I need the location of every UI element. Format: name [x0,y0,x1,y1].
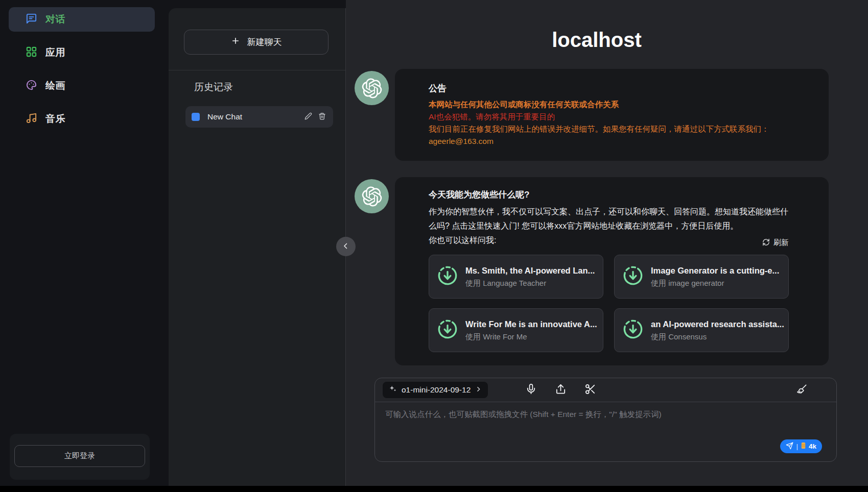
refresh-label: 刷新 [773,238,789,248]
sidebar-item-drawing[interactable]: 绘画 [9,73,155,98]
announcement-title: 公告 [429,81,793,95]
welcome-title: 今天我能为您做些什么呢? [429,188,789,202]
app-window: 对话 应用 绘画 音乐 立即登录 [0,0,868,492]
music-note-icon [26,112,37,126]
chat-item-title: New Chat [207,112,304,121]
new-chat-label: 新建聊天 [247,36,282,48]
suggestion-subtitle: 使用 Language Teacher [465,278,595,289]
refresh-suggestions-button[interactable]: 刷新 [762,238,789,248]
microphone-button[interactable] [525,384,537,396]
login-card: 立即登录 [10,434,150,480]
openai-logo-icon [355,179,389,213]
chat-main: localhost 公告 本网站与任何其他公司或商标没有任何关联或合作关系 AI… [346,0,868,486]
new-chat-button[interactable]: 新建聊天 [184,30,329,55]
grid-icon [26,46,37,60]
microphone-icon [525,383,537,397]
send-separator: | [796,443,798,450]
announcement-warning: AI也会犯错。请勿将其用于重要目的 [429,111,793,123]
login-button[interactable]: 立即登录 [14,445,145,467]
sidebar: 对话 应用 绘画 音乐 立即登录 [0,0,169,486]
sidebar-item-label: 音乐 [45,112,65,126]
suggestion-card[interactable]: Image Generator is a cutting-e... 使用 ima… [614,255,789,299]
edit-pencil-icon[interactable] [304,112,312,122]
page-title: localhost [346,29,848,52]
model-selector[interactable]: o1-mini-2024-09-12 [383,382,488,398]
collapse-chevron-icon [341,241,350,252]
suggestion-grid: Ms. Smith, the AI-powered Lan... 使用 Lang… [429,255,789,352]
download-circle-icon [437,319,458,341]
history-title: 历史记录 [194,81,233,94]
openai-logo-icon [355,71,389,105]
announcement-notice: 我们目前正在修复我们网站上的错误并改进细节。如果您有任何疑问，请通过以下方式联系… [429,123,793,135]
send-button[interactable]: | 4k [780,439,822,453]
coin-icon [801,442,806,451]
upload-icon [555,383,567,397]
download-circle-icon [623,319,643,341]
assistant-message: 今天我能为您做些什么呢? 作为你的智慧伙伴，我不仅可以写文案、出点子，还可以和你… [355,177,829,365]
suggestion-title: an AI-powered research assista... [651,318,784,330]
broom-icon [796,383,808,397]
chat-item-color-icon [192,113,200,121]
suggestion-title: Image Generator is a cutting-e... [651,265,779,276]
sidebar-item-chat[interactable]: 对话 [9,7,155,32]
sidebar-item-label: 对话 [45,13,65,26]
chat-item-actions [304,112,326,122]
suggestion-subtitle: 使用 image generator [651,278,779,289]
composer: o1-mini-2024-09-12 [374,378,837,462]
scissors-icon [584,383,596,397]
bottom-black-strip [0,486,868,492]
message-input[interactable] [375,402,836,445]
panel-divider [169,70,345,70]
suggestion-card[interactable]: an AI-powered research assista... 使用 Con… [614,308,789,352]
sidebar-item-label: 绘画 [45,79,65,92]
announcement-disclaimer: 本网站与任何其他公司或商标没有任何关联或合作关系 [429,99,793,111]
refresh-icon [762,238,770,248]
sidebar-item-music[interactable]: 音乐 [9,107,155,131]
chat-list-panel: 新建聊天 历史记录 New Chat [169,0,346,486]
suggestion-card[interactable]: Ms. Smith, the AI-powered Lan... 使用 Lang… [429,255,603,299]
ask-hint: 你也可以这样问我: [429,233,496,248]
sparkle-icon [389,385,397,395]
chat-list-panel-background: 新建聊天 历史记录 New Chat [169,8,346,486]
screenshot-button[interactable] [584,384,596,396]
suggestion-title: Ms. Smith, the AI-powered Lan... [465,265,595,276]
paper-plane-icon [786,442,793,451]
token-badge: 4k [809,442,816,450]
welcome-bubble: 今天我能为您做些什么呢? 作为你的智慧伙伴，我不仅可以写文案、出点子，还可以和你… [395,177,829,365]
assistant-message: 公告 本网站与任何其他公司或商标没有任何关联或合作关系 AI也会犯错。请勿将其用… [355,69,829,161]
sidebar-item-label: 应用 [45,46,65,59]
upload-button[interactable] [554,384,567,396]
composer-toolbar: o1-mini-2024-09-12 [375,378,836,402]
chevron-right-icon [475,385,482,395]
suggestion-title: Write For Me is an innovative A... [465,318,597,330]
suggestion-subtitle: 使用 Consensus [651,331,784,342]
contact-email-link[interactable]: ageerle@163.com [429,135,793,147]
clear-context-button[interactable] [795,384,808,396]
chat-bubble-icon [26,13,37,27]
collapse-panel-button[interactable] [336,237,356,256]
trash-icon[interactable] [318,112,326,122]
announcement-bubble: 公告 本网站与任何其他公司或商标没有任何关联或合作关系 AI也会犯错。请勿将其用… [395,69,829,161]
suggestion-card[interactable]: Write For Me is an innovative A... 使用 Wr… [429,308,603,352]
suggestion-subtitle: 使用 Write For Me [465,331,597,342]
chat-history-item[interactable]: New Chat [185,106,333,128]
sidebar-item-apps[interactable]: 应用 [9,40,155,65]
plus-icon [231,36,240,48]
model-selector-label: o1-mini-2024-09-12 [402,385,471,395]
sidebar-nav: 对话 应用 绘画 音乐 [9,7,155,140]
download-circle-icon [437,265,458,288]
download-circle-icon [623,265,643,288]
composer-input-zone: | 4k [375,402,836,461]
welcome-body: 作为你的智慧伙伴，我不仅可以写文案、出点子，还可以和你聊天、回答问题。想知道我还… [429,205,789,233]
palette-icon [26,79,37,93]
